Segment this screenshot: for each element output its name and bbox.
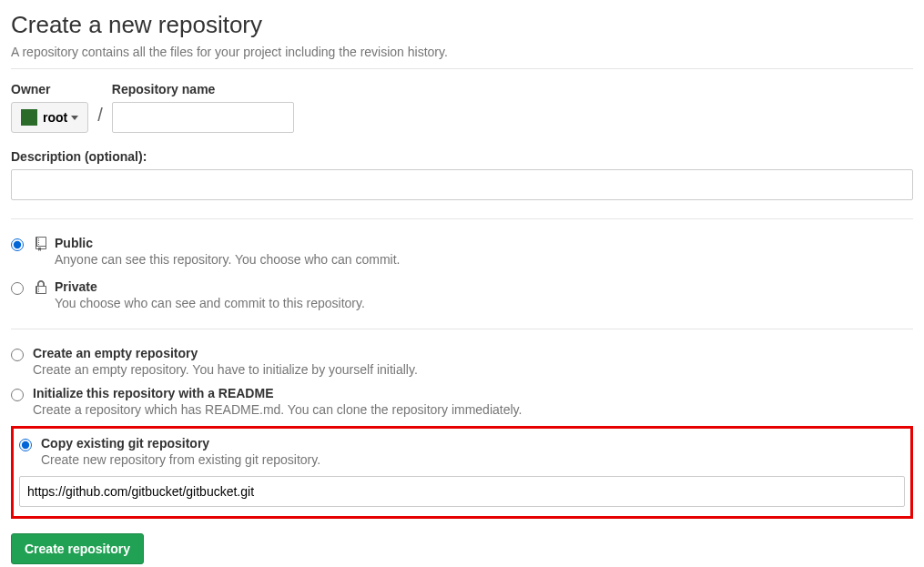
owner-label: Owner <box>11 82 88 96</box>
divider <box>11 329 913 329</box>
owner-dropdown[interactable]: root <box>11 102 88 133</box>
private-radio[interactable] <box>11 282 24 295</box>
lock-icon <box>33 280 49 295</box>
create-repository-button[interactable]: Create repository <box>11 533 144 564</box>
public-radio[interactable] <box>11 238 24 251</box>
readme-title: Initialize this repository with a README <box>33 386 522 400</box>
readme-desc: Create a repository which has README.md.… <box>33 402 522 417</box>
description-label: Description (optional): <box>11 149 913 164</box>
chevron-down-icon <box>71 116 78 120</box>
public-title: Public <box>55 236 401 250</box>
empty-repo-desc: Create an empty repository. You have to … <box>33 362 418 377</box>
readme-radio[interactable] <box>11 389 24 401</box>
page-subtitle: A repository contains all the files for … <box>11 45 913 59</box>
repo-name-input[interactable] <box>112 102 294 133</box>
private-desc: You choose who can see and commit to thi… <box>55 296 365 310</box>
repo-icon <box>33 237 49 251</box>
owner-avatar-icon <box>21 109 37 126</box>
description-input[interactable] <box>11 169 913 200</box>
private-title: Private <box>55 279 365 294</box>
copy-repo-radio[interactable] <box>19 439 32 451</box>
divider <box>11 218 913 219</box>
slash-separator: / <box>97 105 103 133</box>
repo-name-label: Repository name <box>112 82 294 96</box>
page-title: Create a new repository <box>11 11 913 39</box>
public-desc: Anyone can see this repository. You choo… <box>55 252 401 267</box>
copy-repo-highlight: Copy existing git repository Create new … <box>11 426 913 519</box>
copy-repo-desc: Create new repository from existing git … <box>41 452 320 467</box>
source-url-input[interactable] <box>19 476 905 507</box>
divider <box>11 68 913 69</box>
empty-repo-title: Create an empty repository <box>33 346 418 360</box>
copy-repo-title: Copy existing git repository <box>41 436 320 451</box>
empty-repo-radio[interactable] <box>11 349 24 361</box>
owner-name: root <box>43 110 67 125</box>
